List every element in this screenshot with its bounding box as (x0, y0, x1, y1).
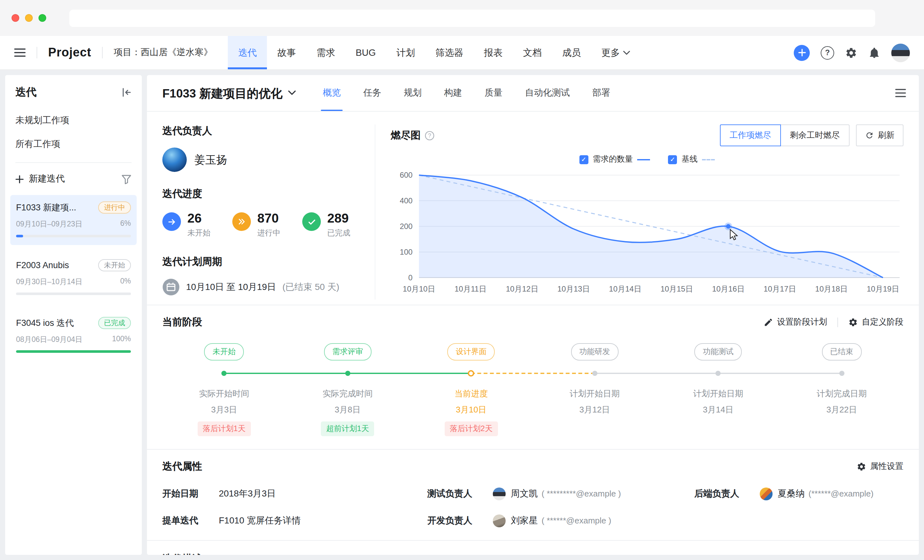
toggle-workitem-burndown[interactable]: 工作项燃尽 (720, 124, 781, 146)
phase-label: 实际开始时间 (162, 388, 286, 399)
phase-pill[interactable]: 未开始 (204, 343, 244, 360)
status-badge: 已完成 (98, 317, 131, 329)
nav-item-more[interactable]: 更多 (591, 36, 640, 69)
phase-pill[interactable]: 功能研发 (571, 343, 619, 360)
notifications-button[interactable] (868, 46, 880, 59)
create-button[interactable] (794, 45, 810, 61)
attr-start-date: 开始日期 2018年3月3日 (162, 487, 428, 500)
progress-heading: 迭代进度 (162, 187, 357, 201)
nav-item-story[interactable]: 故事 (267, 36, 306, 69)
nav-item-document[interactable]: 文档 (513, 36, 552, 69)
close-window-button[interactable] (12, 14, 19, 22)
member-name[interactable]: 周文凯 (511, 488, 538, 499)
tab-automation[interactable]: 自动化测试 (525, 75, 570, 111)
refresh-icon (865, 131, 874, 140)
member-avatar[interactable] (493, 487, 506, 500)
tab-build[interactable]: 构建 (444, 75, 462, 111)
browser-address-bar[interactable] (69, 9, 875, 27)
phase-pill[interactable]: 已结束 (822, 343, 862, 360)
nav-item-iteration[interactable]: 迭代 (228, 36, 267, 69)
legend-item-demand[interactable]: 需求的数量 (579, 154, 650, 165)
member-name[interactable]: 刘家星 (511, 515, 538, 526)
app-header: Project 项目：西山居《逆水寒》 迭代 故事 需求 BUG 计划 筛选器 … (0, 36, 924, 70)
sidebar-item-unplanned[interactable]: 未规划工作项 (15, 115, 132, 126)
phase-label: 当前进度 (410, 388, 533, 399)
list-icon (895, 88, 906, 97)
sidebar-item-all[interactable]: 所有工作项 (15, 139, 132, 150)
solid-line-sample (638, 159, 650, 160)
collapse-sidebar-button[interactable] (122, 88, 132, 97)
minimize-window-button[interactable] (25, 14, 33, 22)
burndown-chart[interactable]: 600400200100010月10日10月11日10月12日10月13日10月… (391, 168, 903, 299)
maximize-window-button[interactable] (39, 14, 46, 22)
question-icon: ? (825, 48, 830, 57)
phase-detail: 当前进度 3月10日 落后计划2天 (410, 380, 533, 436)
tab-quality[interactable]: 质量 (484, 75, 502, 111)
attr-value: 2018年3月3日 (219, 488, 276, 499)
dashed-line-sample (702, 159, 715, 160)
toggle-hours-burndown[interactable]: 剩余工时燃尽 (780, 124, 850, 146)
iteration-list-item[interactable]: F3045 ios 迭代 已完成 08月06日–09月04日 100% (10, 310, 136, 361)
iteration-list-item[interactable]: F2003 Anubis 未开始 09月30日–10月14日 0% (10, 253, 136, 303)
svg-text:10月17日: 10月17日 (764, 284, 796, 293)
phase-detail: 计划完成日期 3月22日 (780, 380, 903, 436)
tab-deploy[interactable]: 部署 (592, 75, 610, 111)
phase-label: 实际完成时间 (286, 388, 410, 399)
attributes-grid: 开始日期 2018年3月3日 测试负责人 周文凯 ( *********@exa… (162, 487, 903, 527)
member-name[interactable]: 夏桑纳 (778, 488, 805, 499)
phase-pill[interactable]: 需求评审 (324, 343, 372, 360)
app-logo[interactable]: Project (48, 46, 91, 60)
menu-button[interactable] (14, 48, 26, 57)
phase-dot-current (468, 370, 474, 376)
header-divider (37, 47, 37, 58)
help-button[interactable]: ? (821, 46, 834, 59)
burndown-title: 燃尽图 (391, 129, 421, 142)
nav-item-plan[interactable]: 计划 (386, 36, 425, 69)
legend-item-baseline[interactable]: 基线 (668, 154, 715, 165)
attr-value[interactable]: F1010 宽屏任务详情 (219, 515, 301, 526)
burndown-mode-toggle: 工作项燃尽 剩余工时燃尽 (720, 124, 850, 146)
progress-bar (16, 235, 131, 237)
nav-item-bug[interactable]: BUG (345, 36, 386, 69)
nav-item-requirement[interactable]: 需求 (306, 36, 345, 69)
attribute-settings-button[interactable]: 属性设置 (856, 461, 903, 472)
svg-text:10月18日: 10月18日 (815, 284, 848, 293)
iteration-title-text: F1033 新建项目的优化 (162, 85, 282, 101)
svg-text:10月15日: 10月15日 (661, 284, 693, 293)
list-view-button[interactable] (895, 88, 906, 97)
customize-phase-button[interactable]: 自定义阶段 (848, 316, 903, 328)
member-avatar[interactable] (493, 514, 506, 527)
svg-text:600: 600 (400, 171, 412, 179)
nav-item-member[interactable]: 成员 (552, 36, 591, 69)
progress-bar (16, 350, 131, 353)
help-circle-icon[interactable]: ? (424, 130, 434, 140)
tab-tasks[interactable]: 任务 (363, 75, 381, 111)
nav-item-report[interactable]: 报表 (474, 36, 513, 69)
phase-pill[interactable]: 设计界面 (448, 343, 495, 360)
phase-status-badge: 超前计划1天 (321, 421, 374, 436)
nav-item-filter[interactable]: 筛选器 (425, 36, 474, 69)
iteration-dates: 09月30日–10月14日 (16, 277, 82, 287)
member-avatar[interactable] (760, 487, 772, 500)
stat-value: 26 (188, 211, 210, 226)
owner-avatar[interactable] (162, 148, 187, 172)
iteration-list-item[interactable]: F1033 新建项... 进行中 09月10日–09月23日 6% (10, 195, 136, 245)
tab-overview[interactable]: 概览 (323, 75, 341, 111)
phase-detail: 计划开始日期 3月12日 (533, 380, 656, 436)
settings-button[interactable] (845, 46, 857, 59)
new-iteration-button[interactable]: 新建迭代 (15, 173, 65, 185)
stat-label: 已完成 (327, 228, 350, 239)
user-avatar[interactable] (891, 43, 910, 62)
svg-text:10月10日: 10月10日 (403, 284, 435, 293)
tab-planning[interactable]: 规划 (404, 75, 422, 111)
project-selector[interactable]: 项目：西山居《逆水寒》 (114, 47, 212, 58)
period-heading: 迭代计划周期 (162, 255, 357, 269)
refresh-button[interactable]: 刷新 (856, 124, 903, 146)
checkbox-checked-icon[interactable] (579, 155, 588, 164)
period-range: 10月10日 至 10月19日 (186, 281, 276, 293)
iteration-title[interactable]: F1033 新建项目的优化 (162, 85, 296, 101)
set-phase-plan-button[interactable]: 设置阶段计划 (764, 316, 827, 328)
filter-button[interactable] (121, 174, 132, 184)
checkbox-checked-icon[interactable] (668, 155, 677, 164)
phase-pill[interactable]: 功能测试 (694, 343, 742, 360)
